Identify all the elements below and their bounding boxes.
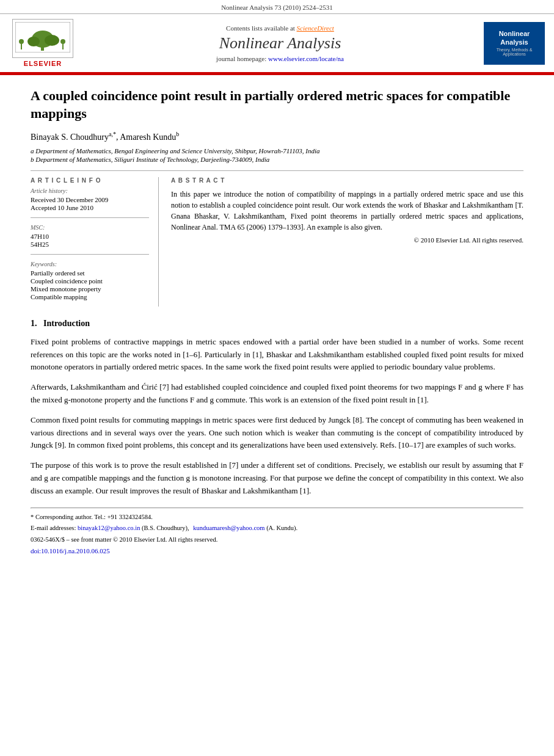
keywords-section: Keywords: Partially ordered set Coupled … [31,261,149,300]
section1-header: 1. Introduction [31,319,523,329]
author1-name: Binayak S. Choudhury [31,133,109,142]
journal-bar: Nonlinear Analysis 73 (2010) 2524–2531 [0,0,554,14]
article-info-abstract: A R T I C L E I N F O Article history: R… [31,170,523,307]
msc2: 54H25 [31,241,149,248]
accepted-date: Accepted 10 June 2010 [31,204,149,211]
email-label: E-mail addresses: [31,525,76,531]
abstract-text: In this paper we introduce the notion of… [171,189,523,233]
keyword2: Coupled coincidence point [31,277,149,285]
keyword1: Partially ordered set [31,269,149,277]
contents-available-line: Contents lists available at ScienceDirec… [226,24,334,32]
received-date: Received 30 December 2009 [31,196,149,203]
divider2 [31,254,149,255]
page-header: ELSEVIER Contents lists available at Sci… [0,14,554,73]
author2-sup: b [176,131,179,137]
journal-citation: Nonlinear Analysis 73 (2010) 2524–2531 [221,4,333,11]
email1-link[interactable]: binayak12@yahoo.co.in [78,525,140,531]
paragraph4: The purpose of this work is to prove the… [31,459,523,497]
article-history: Article history: Received 30 December 20… [31,187,149,211]
email1-author: (B.S. Choudhury), [142,525,189,531]
journal-name: Nonlinear Analysis [219,34,341,53]
email2-link[interactable]: kunduamaresh@yahoo.com [193,525,264,531]
homepage-link[interactable]: www.elsevier.com/locate/na [268,55,344,62]
issn-line: 0362-546X/$ – see front matter © 2010 El… [31,535,523,545]
doi-line: doi:10.1016/j.na.2010.06.025 [31,547,523,554]
journal-cover-thumb: NonlinearAnalysis Theory, Methods & Appl… [484,22,545,65]
copyright-notice: © 2010 Elsevier Ltd. All rights reserved… [171,236,523,244]
affiliation1: a Department of Mathematics, Bengal Engi… [31,147,523,154]
science-direct-link[interactable]: ScienceDirect [297,24,334,32]
journal-header-center: Contents lists available at ScienceDirec… [79,19,481,67]
msc1: 47H10 [31,233,149,240]
svg-point-3 [27,37,40,46]
logo-box [12,19,73,58]
author1-sup: a,* [109,131,116,137]
email-line: E-mail addresses: binayak12@yahoo.co.in … [31,523,523,533]
paragraph3: Common fixed point results for commuting… [31,414,523,452]
keywords-label: Keywords: [31,261,149,267]
authors-line: Binayak S. Choudhurya,*, Amaresh Kundub [31,131,523,142]
svg-point-9 [60,39,65,44]
email2-author: (A. Kundu). [266,525,297,531]
elsevier-wordmark: ELSEVIER [24,60,62,67]
history-label: Article history: [31,187,149,194]
paragraph1: Fixed point problems of contractive mapp… [31,336,523,374]
journal-homepage: journal homepage: www.elsevier.com/locat… [216,55,344,62]
affiliations: a Department of Mathematics, Bengal Engi… [31,147,523,163]
thumb-journal-title: NonlinearAnalysis [499,30,530,46]
article-info-column: A R T I C L E I N F O Article history: R… [31,177,159,307]
thumb-journal-subtitle: Theory, Methods & Applications [487,48,541,56]
article-info-title: A R T I C L E I N F O [31,177,149,184]
corresponding-author-note: * Corresponding author. Tel.: +91 332432… [31,512,523,522]
abstract-column: A B S T R A C T In this paper we introdu… [171,177,523,307]
footer-divider [31,507,523,509]
elsevier-tree-icon [15,22,70,53]
issn-text: 0362-546X/$ – see front matter © 2010 El… [31,536,217,543]
paragraph2: Afterwards, Lakshmikantham and Ćirić [7]… [31,381,523,407]
svg-point-7 [19,39,24,44]
svg-point-4 [45,35,59,46]
keyword3: Mixed monotone property [31,285,149,293]
affiliation2: b Department of Mathematics, Siliguri In… [31,156,523,163]
keyword4: Compatible mapping [31,293,149,300]
article-title: A coupled coincidence point result in pa… [31,87,523,122]
section1-title: Introduction [43,319,90,328]
msc-label: MSC: [31,224,149,231]
corresponding-label: * Corresponding author. Tel.: +91 332432… [31,514,153,520]
section1-number: 1. [31,319,37,328]
journal-thumbnail: NonlinearAnalysis Theory, Methods & Appl… [481,19,548,67]
main-content: A coupled coincidence point result in pa… [0,75,554,567]
msc-section: MSC: 47H10 54H25 [31,224,149,248]
elsevier-logo: ELSEVIER [6,19,79,67]
abstract-title: A B S T R A C T [171,177,523,184]
author2-name: , Amaresh Kundu [116,133,176,142]
doi-link[interactable]: doi:10.1016/j.na.2010.06.025 [31,547,110,554]
divider1 [31,217,149,218]
